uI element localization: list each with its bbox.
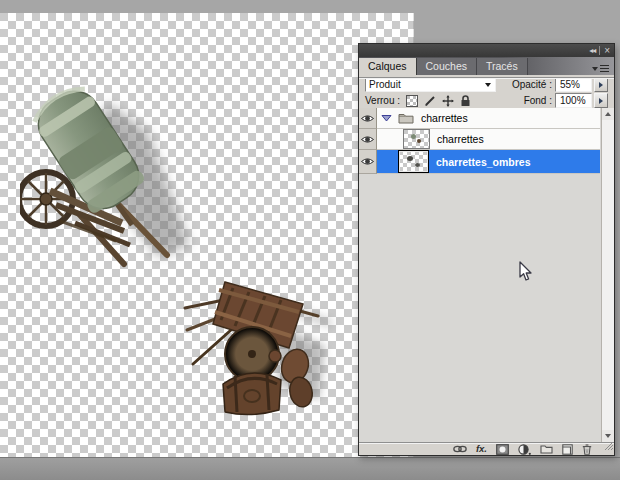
- layer-name: charrettes_ombres: [436, 156, 531, 168]
- workspace-bottom-strip: [0, 457, 620, 480]
- lock-label: Verrou :: [365, 95, 400, 106]
- new-group-icon[interactable]: [540, 444, 553, 454]
- panel-menu-icon[interactable]: [592, 65, 609, 72]
- overturned-cart-image: [183, 268, 343, 418]
- chevron-right-icon: [599, 98, 603, 104]
- new-layer-icon[interactable]: [562, 444, 573, 455]
- chevron-right-icon: [599, 82, 603, 88]
- collapse-panel-icon[interactable]: ◂◂: [585, 47, 599, 55]
- layer-name: charrettes: [437, 133, 484, 145]
- group-expand-triangle[interactable]: [381, 114, 392, 122]
- opacity-spinner-button[interactable]: [594, 77, 608, 92]
- mouse-cursor: [519, 261, 533, 282]
- layer-list[interactable]: charrettes charrettes: [359, 108, 614, 442]
- menu-triangle-icon: [592, 67, 598, 71]
- thumbnail-speck: [415, 163, 420, 167]
- triangle-up-icon: [605, 112, 611, 116]
- lock-paint-icon[interactable]: [424, 95, 436, 107]
- layers-panel: ◂◂ × Calques Couches Tracés Produit Opac…: [358, 43, 615, 456]
- layer-name: charrettes: [421, 112, 468, 124]
- fill-label: Fond :: [524, 95, 552, 106]
- tab-couches[interactable]: Couches: [417, 58, 477, 75]
- visibility-toggle[interactable]: [359, 108, 377, 129]
- layer-list-scrollbar[interactable]: [601, 108, 614, 442]
- opacity-field[interactable]: 55%: [555, 77, 592, 92]
- visibility-toggle[interactable]: [359, 150, 377, 174]
- layer-thumbnail-selected[interactable]: [398, 150, 429, 173]
- photoshop-workspace: ◂◂ × Calques Couches Tracés Produit Opac…: [0, 0, 620, 480]
- panel-controls: Produit Opacité : 55% Verrou :: [359, 75, 614, 108]
- tab-traces[interactable]: Tracés: [477, 58, 528, 75]
- layer-style-icon[interactable]: fx.: [476, 444, 487, 454]
- document-canvas[interactable]: [0, 13, 414, 457]
- blend-mode-dropdown[interactable]: Produit: [365, 77, 496, 92]
- thumbnail-speck: [417, 139, 421, 143]
- lock-position-icon[interactable]: [442, 95, 454, 107]
- link-layers-icon[interactable]: [453, 445, 467, 453]
- adjustment-layer-icon[interactable]: [518, 444, 531, 455]
- visibility-toggle[interactable]: [359, 129, 377, 150]
- controls-separator: [359, 77, 614, 79]
- layer-mask-icon[interactable]: [496, 444, 509, 455]
- lock-all-icon[interactable]: [460, 95, 471, 107]
- eye-icon: [361, 135, 374, 144]
- layer-thumbnail[interactable]: [403, 129, 430, 149]
- fill-spinner-button[interactable]: [594, 93, 608, 108]
- covered-wagon-image: [20, 73, 200, 278]
- eye-icon: [361, 157, 374, 166]
- lock-transparency-icon[interactable]: [406, 95, 418, 107]
- folder-icon: [398, 112, 414, 124]
- panel-bottom-bar: fx.: [359, 442, 614, 455]
- layer-row-charrettes-ombres[interactable]: charrettes_ombres: [359, 150, 600, 174]
- panel-resize-grip[interactable]: [603, 436, 613, 454]
- panel-title-bar[interactable]: ◂◂ ×: [359, 44, 614, 57]
- eye-icon: [361, 114, 374, 123]
- tab-calques[interactable]: Calques: [359, 58, 417, 75]
- blend-mode-value: Produit: [369, 79, 485, 90]
- thumbnail-speck: [407, 156, 413, 161]
- fill-field[interactable]: 100%: [555, 93, 592, 108]
- scroll-up-button[interactable]: [602, 108, 614, 120]
- chevron-down-icon: [485, 83, 491, 87]
- layer-row-charrettes[interactable]: charrettes: [359, 129, 600, 150]
- layer-row-group[interactable]: charrettes: [359, 108, 600, 129]
- panel-tab-strip: Calques Couches Tracés: [359, 57, 614, 75]
- delete-layer-icon[interactable]: [582, 444, 592, 455]
- menu-lines-icon: [600, 65, 609, 72]
- opacity-label: Opacité :: [512, 79, 552, 90]
- close-panel-icon[interactable]: ×: [600, 47, 614, 55]
- thumbnail-speck: [411, 134, 416, 139]
